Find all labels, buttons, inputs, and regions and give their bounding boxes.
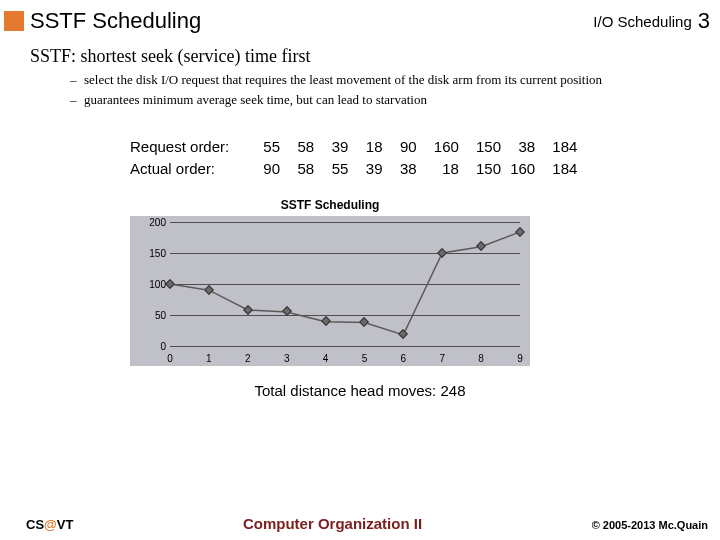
- val: 18: [353, 136, 383, 158]
- series-line: [170, 222, 520, 346]
- val: 160: [505, 158, 535, 180]
- list-item: – guarantees minimum average seek time, …: [70, 91, 708, 109]
- gridline: [170, 346, 520, 347]
- x-tick-label: 5: [354, 353, 374, 364]
- actual-order-values: 90 58 55 39 38 18 150 160 184: [250, 158, 577, 180]
- val: 38: [387, 158, 417, 180]
- val: 90: [387, 136, 417, 158]
- x-tick-label: 7: [432, 353, 452, 364]
- slide-title: SSTF Scheduling: [30, 8, 593, 34]
- y-tick-label: 200: [130, 216, 166, 227]
- x-tick-label: 0: [160, 353, 180, 364]
- bullet-text: select the disk I/O request that require…: [84, 71, 708, 89]
- actual-order-label: Actual order:: [130, 158, 250, 180]
- request-order-label: Request order:: [130, 136, 250, 158]
- val: 184: [539, 158, 577, 180]
- val: 58: [284, 158, 314, 180]
- chart-title: SSTF Scheduling: [130, 198, 530, 212]
- val: 55: [318, 158, 348, 180]
- val: 18: [421, 158, 459, 180]
- y-tick-label: 50: [130, 309, 166, 320]
- val: 150: [463, 158, 501, 180]
- total-distance: Total distance head moves: 248: [0, 372, 720, 399]
- bullet-text: guarantees minimum average seek time, bu…: [84, 91, 708, 109]
- org-vt: VT: [57, 517, 74, 532]
- chart-container: SSTF Scheduling 0501001502000123456789: [0, 190, 720, 372]
- x-tick-label: 4: [316, 353, 336, 364]
- val: 58: [284, 136, 314, 158]
- org-logo-text: CS@VT: [26, 517, 73, 532]
- val: 39: [318, 136, 348, 158]
- val: 38: [505, 136, 535, 158]
- footer: CS@VT Computer Organization II © 2005-20…: [0, 515, 720, 532]
- request-order-values: 55 58 39 18 90 160 150 38 184: [250, 136, 577, 158]
- subtitle: SSTF: shortest seek (service) time first: [0, 42, 720, 69]
- x-tick-label: 1: [199, 353, 219, 364]
- y-tick-label: 150: [130, 247, 166, 258]
- slide-topic: I/O Scheduling: [593, 13, 691, 30]
- val: 184: [539, 136, 577, 158]
- val: 55: [250, 136, 280, 158]
- val: 150: [463, 136, 501, 158]
- line-chart: 0501001502000123456789: [130, 216, 530, 366]
- x-tick-label: 2: [238, 353, 258, 364]
- org-cs: CS: [26, 517, 44, 532]
- val: 39: [353, 158, 383, 180]
- x-tick-label: 9: [510, 353, 530, 364]
- y-tick-label: 0: [130, 340, 166, 351]
- x-tick-label: 3: [277, 353, 297, 364]
- val: 90: [250, 158, 280, 180]
- dash-icon: –: [70, 71, 84, 89]
- y-tick-label: 100: [130, 278, 166, 289]
- copyright: © 2005-2013 Mc.Quain: [592, 519, 708, 531]
- val: 160: [421, 136, 459, 158]
- at-icon: @: [44, 517, 57, 532]
- page-number: 3: [698, 8, 710, 34]
- bullet-list: – select the disk I/O request that requi…: [0, 69, 720, 112]
- course-name: Computer Organization II: [73, 515, 591, 532]
- order-block: Request order: 55 58 39 18 90 160 150 38…: [0, 112, 720, 190]
- x-tick-label: 8: [471, 353, 491, 364]
- dash-icon: –: [70, 91, 84, 109]
- x-tick-label: 6: [393, 353, 413, 364]
- brand-square-icon: [4, 11, 24, 31]
- list-item: – select the disk I/O request that requi…: [70, 71, 708, 89]
